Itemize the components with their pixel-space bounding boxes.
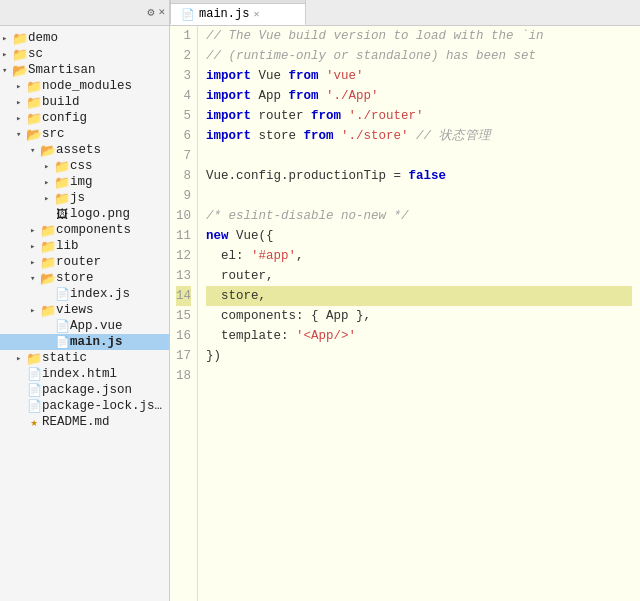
tree-item-label: src bbox=[42, 127, 65, 141]
line-number: 2 bbox=[176, 46, 191, 66]
code-line: template: '<App/>' bbox=[206, 326, 632, 346]
tree-item-label: router bbox=[56, 255, 101, 269]
tree-item-node_modules[interactable]: ▸📁node_modules bbox=[0, 78, 169, 94]
tree-file-icon: 📄 bbox=[26, 383, 42, 397]
tree-item-label: js bbox=[70, 191, 85, 205]
code-token: import bbox=[206, 109, 251, 123]
code-token: new bbox=[206, 229, 229, 243]
code-line: }) bbox=[206, 346, 632, 366]
code-token: store bbox=[251, 129, 304, 143]
line-numbers: 123456789101112131415161718 bbox=[170, 26, 198, 601]
tree-item-label: index.html bbox=[42, 367, 117, 381]
tree-file-icon: 📄 bbox=[26, 399, 42, 413]
code-line: import store from './store' // 状态管理 bbox=[206, 126, 632, 146]
editor-tabs: 🌐index.html✕{}package.json✕📄index.js✕📄ma… bbox=[170, 0, 307, 25]
code-token: from bbox=[289, 69, 319, 83]
panel-close-icon[interactable]: ✕ bbox=[158, 5, 165, 20]
tree-item-config[interactable]: ▸📁config bbox=[0, 110, 169, 126]
tree-arrow: ▸ bbox=[44, 161, 54, 172]
tree-item-store[interactable]: ▾📂store bbox=[0, 270, 169, 286]
tree-item-smartisan[interactable]: ▾📂Smartisan bbox=[0, 62, 169, 78]
tree-item-demo[interactable]: ▸📁demo bbox=[0, 30, 169, 46]
code-line: import Vue from 'vue' bbox=[206, 66, 632, 86]
tree-file-icon: 📁 bbox=[40, 239, 56, 253]
line-number: 10 bbox=[176, 206, 191, 226]
tree-item-js[interactable]: ▸📁js bbox=[0, 190, 169, 206]
project-manager-panel-header: ⚙ ✕ bbox=[0, 0, 170, 25]
tree-file-icon: 📁 bbox=[26, 351, 42, 365]
panel-settings-icon[interactable]: ⚙ bbox=[147, 5, 154, 20]
tree-arrow: ▾ bbox=[16, 129, 26, 140]
line-number: 1 bbox=[176, 26, 191, 46]
tree-item-views[interactable]: ▸📁views bbox=[0, 302, 169, 318]
line-number: 12 bbox=[176, 246, 191, 266]
tree-item-root-pkg-json[interactable]: 📄package.json bbox=[0, 382, 169, 398]
code-line bbox=[206, 186, 632, 206]
tab-main-js[interactable]: 📄main.js✕ bbox=[170, 3, 306, 25]
tree-item-root-index-html[interactable]: 📄index.html bbox=[0, 366, 169, 382]
tree-item-label: sc bbox=[28, 47, 43, 61]
tree-item-logo-png[interactable]: 🖼logo.png bbox=[0, 206, 169, 222]
tree-item-assets[interactable]: ▾📂assets bbox=[0, 142, 169, 158]
line-number: 14 bbox=[176, 286, 191, 306]
tree-item-label: node_modules bbox=[42, 79, 132, 93]
code-token: components: { App }, bbox=[206, 309, 371, 323]
code-line: components: { App }, bbox=[206, 306, 632, 326]
tree-arrow: ▸ bbox=[30, 305, 40, 316]
code-token: router bbox=[251, 109, 311, 123]
code-token: '<App/>' bbox=[296, 329, 356, 343]
tree-item-router[interactable]: ▸📁router bbox=[0, 254, 169, 270]
code-token: from bbox=[311, 109, 341, 123]
tab-icon-js: 📄 bbox=[181, 8, 195, 21]
tree-arrow: ▸ bbox=[30, 257, 40, 268]
tree-item-app-vue[interactable]: 📄App.vue bbox=[0, 318, 169, 334]
tree-arrow: ▸ bbox=[44, 193, 54, 204]
code-token: from bbox=[304, 129, 334, 143]
code-line: import App from './App' bbox=[206, 86, 632, 106]
tree-item-sc[interactable]: ▸📁sc bbox=[0, 46, 169, 62]
code-token: el: bbox=[206, 249, 251, 263]
tree-arrow: ▸ bbox=[30, 225, 40, 236]
line-number: 13 bbox=[176, 266, 191, 286]
tree-item-src[interactable]: ▾📂src bbox=[0, 126, 169, 142]
tree-item-label: assets bbox=[56, 143, 101, 157]
code-token: , bbox=[296, 249, 304, 263]
code-token: './App' bbox=[326, 89, 379, 103]
tree-item-static[interactable]: ▸📁static bbox=[0, 350, 169, 366]
code-token: import bbox=[206, 69, 251, 83]
tree-item-label: store bbox=[56, 271, 94, 285]
tree-item-lib[interactable]: ▸📁lib bbox=[0, 238, 169, 254]
line-number: 16 bbox=[176, 326, 191, 346]
code-token: // The Vue build version to load with th… bbox=[206, 29, 544, 43]
tree-file-icon: 📁 bbox=[26, 111, 42, 125]
line-number: 5 bbox=[176, 106, 191, 126]
tree-item-img[interactable]: ▸📁img bbox=[0, 174, 169, 190]
code-token: /* eslint-disable no-new */ bbox=[206, 209, 409, 223]
tree-item-main-js[interactable]: 📄main.js bbox=[0, 334, 169, 350]
tree-item-root-pkg-lock[interactable]: 📄package-lock.js… bbox=[0, 398, 169, 414]
tree-file-icon: 📁 bbox=[40, 223, 56, 237]
tree-file-icon: 📄 bbox=[54, 335, 70, 349]
tree-item-css[interactable]: ▸📁css bbox=[0, 158, 169, 174]
code-token: Vue({ bbox=[229, 229, 274, 243]
tree-file-icon: 📁 bbox=[26, 95, 42, 109]
tree-item-label: lib bbox=[56, 239, 79, 253]
line-number: 8 bbox=[176, 166, 191, 186]
line-number: 18 bbox=[176, 366, 191, 386]
code-token: // 状态管理 bbox=[416, 129, 491, 143]
tree-item-components[interactable]: ▸📁components bbox=[0, 222, 169, 238]
tree-item-label: index.js bbox=[70, 287, 130, 301]
code-token: router, bbox=[206, 269, 274, 283]
tree-item-label: static bbox=[42, 351, 87, 365]
tree-item-store-index-js[interactable]: 📄index.js bbox=[0, 286, 169, 302]
tab-close-icon[interactable]: ✕ bbox=[253, 8, 259, 20]
tab-label: main.js bbox=[199, 7, 249, 21]
tree-file-icon: 📂 bbox=[40, 271, 56, 285]
tree-item-readme[interactable]: ★README.md bbox=[0, 414, 169, 430]
code-line: /* eslint-disable no-new */ bbox=[206, 206, 632, 226]
code-editor: 123456789101112131415161718 // The Vue b… bbox=[170, 26, 640, 601]
code-token: './router' bbox=[349, 109, 424, 123]
code-token: store, bbox=[206, 289, 266, 303]
tree-item-build[interactable]: ▸📁build bbox=[0, 94, 169, 110]
tree-arrow: ▸ bbox=[2, 49, 12, 60]
